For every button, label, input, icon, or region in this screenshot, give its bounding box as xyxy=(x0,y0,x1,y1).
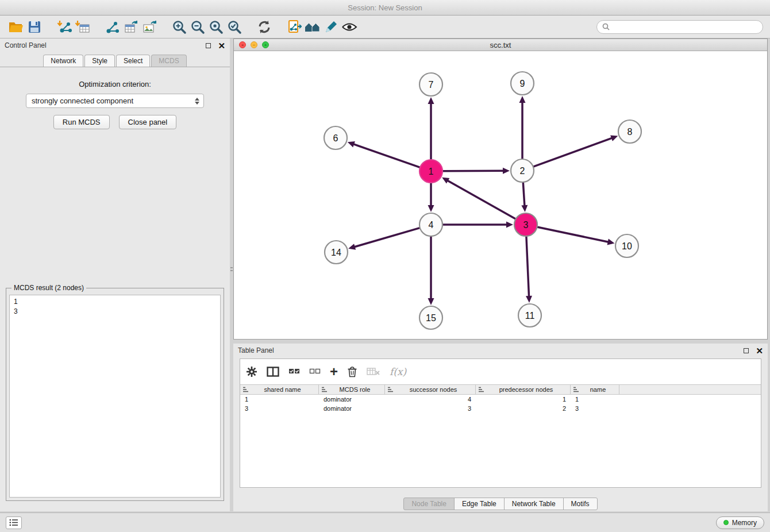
memory-status-icon xyxy=(723,520,729,525)
tab-network[interactable]: Network xyxy=(43,55,83,67)
save-session-icon[interactable] xyxy=(25,18,44,36)
tab-node-table[interactable]: Node Table xyxy=(403,498,455,510)
graph-edge-2-9[interactable] xyxy=(519,96,526,159)
float-panel-icon[interactable] xyxy=(206,43,211,48)
maximize-window-icon[interactable]: + xyxy=(262,41,269,48)
control-panel-header: Control Panel ✕ xyxy=(0,38,230,52)
control-panel-tabs: NetworkStyleSelectMCDS xyxy=(0,52,230,67)
graph-edge-3-11[interactable] xyxy=(526,237,532,303)
float-table-panel-icon[interactable] xyxy=(744,348,749,353)
run-mcds-button[interactable]: Run MCDS xyxy=(53,115,110,129)
column-header-shared-name[interactable]: shared name xyxy=(240,385,319,394)
table-cell[interactable]: dominator xyxy=(319,395,385,404)
graph-edge-2-8[interactable] xyxy=(534,135,618,166)
zoom-out-icon[interactable] xyxy=(188,18,207,36)
column-header-successor-nodes[interactable]: successor nodes xyxy=(385,385,476,394)
memory-button[interactable]: Memory xyxy=(716,516,764,529)
table-row[interactable]: 1dominator411 xyxy=(240,395,761,404)
refresh-layout-icon[interactable] xyxy=(255,18,274,36)
graph-edge-1-6[interactable] xyxy=(348,141,419,167)
graph-node-9[interactable]: 9 xyxy=(511,72,534,95)
tab-select[interactable]: Select xyxy=(116,55,150,67)
table-cell[interactable]: 4 xyxy=(385,395,476,404)
column-header-predecessor-nodes[interactable]: predecessor nodes xyxy=(476,385,571,394)
svg-text:8: 8 xyxy=(627,127,633,137)
table-row[interactable]: 3dominator323 xyxy=(240,404,761,413)
select-stepper-icon xyxy=(192,95,201,106)
graph-node-8[interactable]: 8 xyxy=(618,120,641,143)
show-columns-icon[interactable] xyxy=(267,364,279,379)
graph-edge-4-3[interactable] xyxy=(443,222,513,228)
tab-network-table[interactable]: Network Table xyxy=(504,498,564,510)
table-cell[interactable]: 1 xyxy=(240,395,319,404)
column-header-icon xyxy=(387,387,394,392)
select-all-columns-icon[interactable] xyxy=(288,364,300,379)
graph-edge-3-10[interactable] xyxy=(538,227,615,245)
graph-node-4[interactable]: 4 xyxy=(419,213,442,236)
graph-node-11[interactable]: 11 xyxy=(518,304,541,327)
column-header-MCDS-role[interactable]: MCDS role xyxy=(319,385,385,394)
create-column-icon[interactable]: + xyxy=(330,364,338,379)
table-cell[interactable]: 3 xyxy=(571,404,619,413)
close-table-panel-icon[interactable]: ✕ xyxy=(756,346,763,355)
graph-node-6[interactable]: 6 xyxy=(324,126,347,149)
new-network-icon[interactable] xyxy=(103,18,122,36)
apply-style-icon[interactable] xyxy=(322,18,340,36)
criterion-select[interactable]: strongly connected component xyxy=(26,94,204,108)
table-cell[interactable]: 2 xyxy=(476,404,571,413)
graph-node-15[interactable]: 15 xyxy=(419,306,442,329)
table-cell[interactable]: 3 xyxy=(385,404,476,413)
zoom-fit-icon[interactable] xyxy=(207,18,225,36)
control-panel: Control Panel ✕ NetworkStyleSelectMCDS O… xyxy=(0,38,230,511)
table-header-row: shared nameMCDS rolesuccessor nodesprede… xyxy=(240,384,761,395)
graph-edge-4-14[interactable] xyxy=(348,228,419,250)
delete-columns-icon[interactable] xyxy=(347,364,357,379)
zoom-in-icon[interactable] xyxy=(170,18,188,36)
clone-network-icon[interactable] xyxy=(285,18,303,36)
graph-node-2[interactable]: 2 xyxy=(511,159,534,182)
search-icon xyxy=(602,23,610,30)
open-session-icon[interactable] xyxy=(7,18,25,36)
gear-icon[interactable] xyxy=(246,364,257,379)
tab-motifs[interactable]: Motifs xyxy=(563,498,598,510)
table-cell[interactable]: 1 xyxy=(571,395,619,404)
svg-text:2: 2 xyxy=(520,166,525,176)
deselect-all-columns-icon[interactable] xyxy=(309,364,321,379)
zoom-selected-icon[interactable] xyxy=(225,18,244,36)
column-header-name[interactable]: name xyxy=(571,385,619,394)
search-input[interactable] xyxy=(613,23,757,31)
import-network-icon[interactable] xyxy=(55,18,74,36)
eye-icon[interactable] xyxy=(340,18,359,36)
graph-edge-1-7[interactable] xyxy=(428,97,434,159)
tab-mcds[interactable]: MCDS xyxy=(151,55,186,67)
import-table-icon[interactable] xyxy=(74,18,92,36)
table-panel-title: Table Panel xyxy=(238,346,274,354)
tab-style[interactable]: Style xyxy=(84,55,115,67)
svg-text:4: 4 xyxy=(429,220,434,230)
minimize-window-icon[interactable]: − xyxy=(251,41,257,48)
network-graph[interactable]: 7968124314101511 xyxy=(234,51,767,339)
mcds-result-line: 3 xyxy=(14,307,216,317)
close-panel-button[interactable]: Close panel xyxy=(119,115,177,129)
graph-edge-1-2[interactable] xyxy=(443,168,510,174)
graph-node-10[interactable]: 10 xyxy=(615,234,638,257)
export-image-icon[interactable] xyxy=(140,18,159,36)
graph-edge-2-3[interactable] xyxy=(521,183,528,212)
graph-edge-4-15[interactable] xyxy=(428,237,434,305)
graph-edge-1-4[interactable] xyxy=(428,183,434,212)
table-rows: 1dominator4113dominator323 xyxy=(240,395,761,413)
close-panel-icon[interactable]: ✕ xyxy=(218,41,225,50)
table-cell[interactable]: 1 xyxy=(476,395,571,404)
graph-node-1[interactable]: 1 xyxy=(419,160,442,183)
graph-node-3[interactable]: 3 xyxy=(514,213,537,236)
tab-edge-table[interactable]: Edge Table xyxy=(454,498,505,510)
close-window-icon[interactable]: × xyxy=(239,41,246,48)
graph-node-7[interactable]: 7 xyxy=(419,73,442,96)
home-icon[interactable] xyxy=(303,18,322,36)
graph-edge-3-1[interactable] xyxy=(442,178,515,219)
task-history-button[interactable] xyxy=(6,516,22,529)
table-cell[interactable]: 3 xyxy=(240,404,319,413)
graph-node-14[interactable]: 14 xyxy=(325,241,348,264)
table-cell[interactable]: dominator xyxy=(319,404,385,413)
new-table-icon[interactable] xyxy=(122,18,140,36)
